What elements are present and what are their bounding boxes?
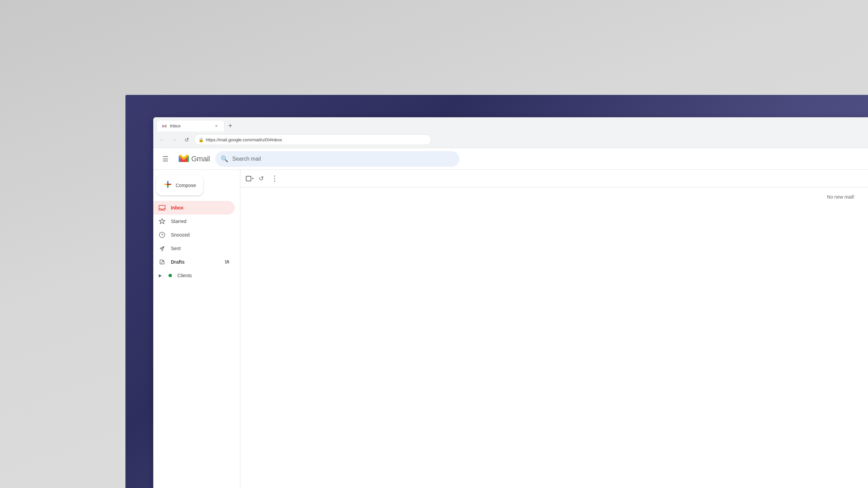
expand-icon: ▶ bbox=[159, 273, 162, 278]
search-bar[interactable]: 🔍 Search mail bbox=[215, 151, 459, 167]
sent-icon bbox=[159, 245, 165, 252]
svg-rect-6 bbox=[167, 185, 169, 188]
compose-plus-icon bbox=[164, 181, 172, 190]
drafts-label: Drafts bbox=[171, 259, 184, 265]
more-options-button[interactable]: ⋮ bbox=[269, 172, 281, 185]
sidebar-item-snoozed[interactable]: Snoozed bbox=[153, 228, 235, 242]
sidebar-item-inbox[interactable]: Inbox bbox=[153, 201, 235, 215]
tab-title: Inbox bbox=[170, 123, 211, 128]
compose-label: Compose bbox=[176, 183, 196, 188]
inbox-icon bbox=[159, 204, 165, 211]
more-icon: ⋮ bbox=[271, 174, 278, 183]
search-icon: 🔍 bbox=[221, 155, 228, 163]
refresh-button[interactable]: ↺ bbox=[255, 172, 267, 185]
sidebar-item-starred[interactable]: Starred bbox=[153, 215, 235, 228]
sidebar-item-clients[interactable]: ▶ Clients bbox=[153, 269, 235, 282]
new-tab-button[interactable]: + bbox=[225, 121, 235, 131]
gmail-main: Compose Inbox bbox=[153, 170, 868, 488]
lock-icon: 🔒 bbox=[198, 137, 204, 142]
hamburger-icon: ☰ bbox=[162, 155, 169, 163]
browser-window: Inbox × + ← → ↺ 🔒 https://mail.google.co… bbox=[153, 117, 868, 488]
gmail-logo-text: Gmail bbox=[191, 155, 210, 163]
svg-rect-4 bbox=[167, 181, 169, 184]
clients-dot-icon bbox=[169, 274, 172, 277]
sidebar-item-sent[interactable]: Sent bbox=[153, 242, 235, 255]
email-area: ▾ ↺ ⋮ No new mail! bbox=[240, 170, 868, 488]
forward-button[interactable]: → bbox=[170, 135, 179, 144]
svg-rect-5 bbox=[169, 184, 171, 185]
url-text: https://mail.google.com/mail/u/0/#inbox bbox=[206, 137, 282, 142]
sidebar-item-drafts[interactable]: Drafts 15 bbox=[153, 255, 235, 269]
compose-button[interactable]: Compose bbox=[156, 175, 203, 196]
tab-close-button[interactable]: × bbox=[213, 123, 219, 129]
select-dropdown-arrow[interactable]: ▾ bbox=[252, 177, 254, 180]
refresh-icon: ↺ bbox=[259, 175, 264, 182]
drafts-icon bbox=[159, 259, 165, 265]
empty-state: No new mail! bbox=[240, 187, 868, 206]
drafts-badge: 15 bbox=[225, 260, 229, 264]
select-checkbox-area[interactable]: ▾ bbox=[246, 176, 254, 181]
browser-chrome: Inbox × + ← → ↺ 🔒 https://mail.google.co… bbox=[153, 117, 868, 148]
starred-label: Starred bbox=[171, 219, 186, 224]
address-bar: ← → ↺ 🔒 https://mail.google.com/mail/u/0… bbox=[153, 131, 868, 148]
search-placeholder-text: Search mail bbox=[232, 156, 261, 162]
select-all-checkbox[interactable] bbox=[246, 176, 251, 181]
gmail-header: ☰ Gmail bbox=[153, 148, 868, 170]
snoozed-icon bbox=[159, 231, 165, 238]
svg-rect-7 bbox=[164, 184, 167, 185]
tab-bar: Inbox × + bbox=[153, 117, 868, 131]
sidebar: Compose Inbox bbox=[153, 170, 240, 488]
reload-button[interactable]: ↺ bbox=[182, 135, 191, 144]
starred-icon bbox=[159, 218, 165, 225]
no-new-mail-text: No new mail! bbox=[827, 194, 854, 200]
gmail-logo[interactable]: Gmail bbox=[178, 153, 210, 165]
tab-favicon bbox=[162, 123, 167, 129]
gmail-m-icon bbox=[178, 153, 190, 165]
back-button[interactable]: ← bbox=[157, 135, 167, 144]
hamburger-menu-button[interactable]: ☰ bbox=[159, 152, 172, 166]
inbox-label: Inbox bbox=[171, 205, 183, 210]
snoozed-label: Snoozed bbox=[171, 232, 190, 238]
compose-icon-svg bbox=[164, 181, 172, 188]
url-bar[interactable]: 🔒 https://mail.google.com/mail/u/0/#inbo… bbox=[194, 134, 431, 145]
email-toolbar: ▾ ↺ ⋮ bbox=[240, 170, 868, 187]
clients-label: Clients bbox=[177, 273, 192, 278]
sent-label: Sent bbox=[171, 246, 181, 251]
active-tab[interactable]: Inbox × bbox=[157, 120, 224, 131]
